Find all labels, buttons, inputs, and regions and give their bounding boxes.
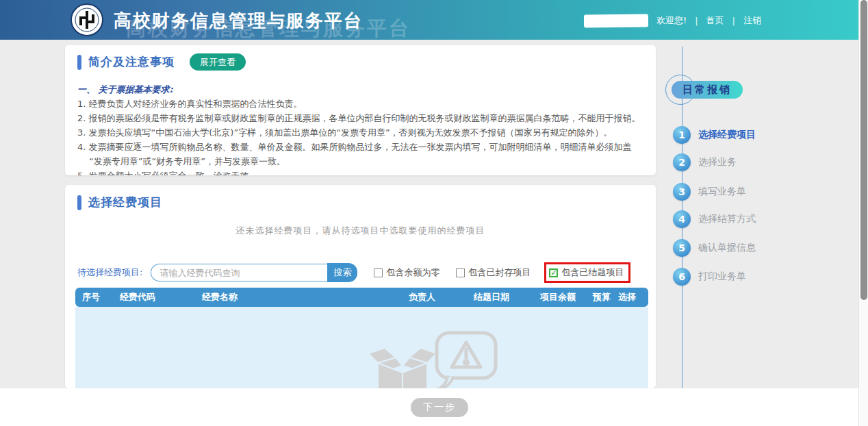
checkbox-checked-icon[interactable]: ✓: [549, 268, 558, 277]
funding-table-header: 序号 经费代码 经费名称 负责人 结题日期 项目余额 预算 选择: [75, 288, 648, 307]
funding-table-empty-body: [75, 307, 648, 388]
search-label: 待选择经费项目:: [77, 266, 142, 279]
step-number-circle: 4: [673, 210, 691, 228]
select-panel-title: 选择经费项目: [88, 195, 162, 210]
next-step-button[interactable]: 下一步: [411, 398, 468, 417]
note-item: 2. 报销的票据必须是带有税务监制章或财政监制章的正规票据，各单位内部自行印制的…: [89, 111, 642, 125]
nav-separator: |: [695, 16, 698, 26]
step-number-circle: 1: [673, 126, 691, 144]
notes-section-heading: 一、 关于票据基本要求:: [77, 82, 642, 97]
warning-bubble-icon: [437, 333, 496, 388]
nav-separator: |: [732, 16, 735, 26]
step-1-select-funding: 1 选择经费项目: [673, 126, 756, 144]
step-label: 选择结算方式: [698, 213, 756, 225]
col-header-budget: 预算: [586, 291, 611, 303]
university-logo-icon: [71, 3, 103, 36]
funding-code-search-input[interactable]: [151, 264, 327, 281]
welcome-text: 欢迎您!: [656, 14, 687, 27]
footer-bar: 下一步: [0, 388, 858, 426]
empty-state-icon: [300, 327, 505, 388]
step-5-confirm-info: 5 确认单据信息: [673, 239, 756, 257]
checkbox-include-zero-balance[interactable]: 包含余额为零: [374, 266, 439, 279]
step-6-print-form: 6 打印业务单: [673, 268, 746, 286]
step-label: 填写业务单: [698, 186, 746, 198]
note-item: 5. 发票金额大小写必须完全一致，涂改无效: [89, 168, 642, 175]
user-area: 欢迎您! | 首页 | 注销: [584, 14, 761, 27]
daily-reimbursement-badge: 日常报销: [672, 81, 743, 99]
note-item: 4. 发票摘要应逐一填写所购物品名称、数量、单价及金额。如果所购物品过多，无法在…: [89, 140, 642, 168]
header-bar: 高校财务信息管理与服务平台 高校财务信息管理与服务平台 欢迎您! | 首页 | …: [0, 0, 868, 40]
nav-home-link[interactable]: 首页: [706, 14, 724, 27]
checkbox-label: 包含已封存项目: [468, 266, 531, 279]
step-label: 选择经费项目: [698, 129, 756, 141]
empty-box-icon: [368, 348, 437, 388]
red-highlight-box: ✓ 包含已结题项目: [544, 262, 630, 283]
page: 高校财务信息管理与服务平台 高校财务信息管理与服务平台 欢迎您! | 首页 | …: [0, 0, 868, 426]
no-selection-message: 还未选择经费项目，请从待选项目中选取要使用的经费项目: [65, 225, 656, 237]
checkbox-label: 包含余额为零: [386, 266, 439, 279]
search-button[interactable]: 搜索: [327, 263, 357, 282]
step-number-circle: 5: [673, 239, 691, 257]
select-funding-panel: 选择经费项目 还未选择经费项目，请从待选项目中选取要使用的经费项目 待选择经费项…: [65, 185, 656, 388]
app-title: 高校财务信息管理与服务平台: [114, 9, 363, 33]
col-header-select: 选择: [611, 291, 648, 303]
title-accent-bar: [77, 55, 81, 70]
step-label: 确认单据信息: [698, 242, 756, 254]
checkbox-include-closed-projects[interactable]: ✓ 包含已结题项目: [549, 266, 624, 279]
step-3-fill-form: 3 填写业务单: [673, 183, 746, 201]
intro-notes-panel: 简介及注意事项 展开查看 一、 关于票据基本要求: 1. 经费负责人对经济业务的…: [65, 45, 656, 175]
step-number-circle: 6: [673, 268, 691, 286]
col-header-manager: 负责人: [402, 291, 467, 303]
funding-search-row: 待选择经费项目: 搜索 包含余额为零 包含已封存项目 ✓ 包含已结题项目: [77, 263, 630, 282]
checkbox-unchecked-icon[interactable]: [374, 268, 383, 277]
col-header-funding-code: 经费代码: [113, 291, 195, 303]
col-header-index: 序号: [75, 291, 113, 303]
col-header-balance: 项目余额: [533, 291, 586, 303]
expand-view-button[interactable]: 展开查看: [190, 53, 246, 71]
invoice-notes: 一、 关于票据基本要求: 1. 经费负责人对经济业务的真实性和票据的合法性负责。…: [77, 82, 642, 175]
step-2-select-business: 2 选择业务: [673, 153, 737, 171]
checkbox-unchecked-icon[interactable]: [456, 268, 465, 277]
scrollbar-thumb[interactable]: [860, 0, 867, 300]
username-redacted: [584, 14, 648, 27]
step-number-circle: 2: [673, 153, 691, 171]
step-label: 打印业务单: [698, 271, 746, 283]
title-accent-bar: [77, 195, 81, 210]
step-number-circle: 3: [673, 183, 691, 201]
checkbox-include-sealed-projects[interactable]: 包含已封存项目: [456, 266, 531, 279]
nav-logout-link[interactable]: 注销: [743, 14, 761, 27]
step-4-settlement-method: 4 选择结算方式: [673, 210, 756, 228]
vertical-scrollbar[interactable]: [858, 0, 868, 426]
col-header-funding-name: 经费名称: [195, 291, 402, 303]
step-label: 选择业务: [698, 156, 737, 168]
checkbox-label: 包含已结题项目: [561, 266, 624, 279]
col-header-close-date: 结题日期: [467, 291, 533, 303]
note-item: 1. 经费负责人对经济业务的真实性和票据的合法性负责。: [89, 97, 642, 111]
note-item: 3. 发票抬头应填写“中国石油大学(北京)”字样，须加盖出票单位的“发票专用章”…: [89, 125, 642, 140]
intro-panel-title: 简介及注意事项: [88, 54, 175, 70]
